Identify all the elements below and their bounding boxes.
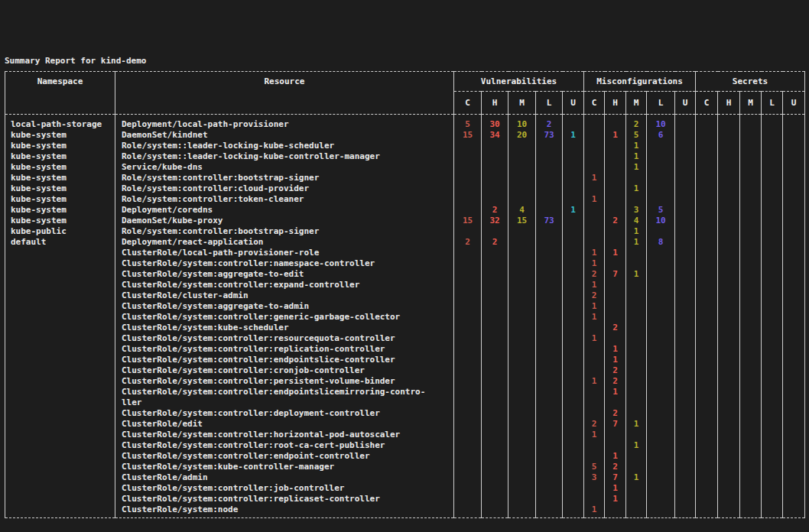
vuln-count-cell <box>563 115 584 131</box>
vuln-count-cell <box>482 141 508 151</box>
secrets-count-cell <box>696 269 718 280</box>
table-row: ClusterRole/system:aggregate-to-edit271 <box>5 269 805 280</box>
misc-count-cell: 1 <box>584 301 605 312</box>
vuln-count-cell <box>536 451 563 462</box>
misc-count-cell <box>584 323 605 333</box>
secrets-count-cell <box>762 365 783 376</box>
misc-count-cell <box>605 333 626 344</box>
misc-count-cell <box>675 226 696 237</box>
terminal-window[interactable]: ● kind-demo in trivy-demo on ?main [❯ tr… <box>0 0 809 532</box>
secrets-count-cell <box>740 173 762 183</box>
resource-cell: Role/system:controller:bootstrap-signer <box>115 226 454 237</box>
secrets-count-cell <box>762 115 783 131</box>
table-row: kube-systemDaemonSet/kube-proxy153215732… <box>5 216 805 226</box>
secrets-count-cell <box>740 216 762 226</box>
vuln-count-cell <box>536 173 563 183</box>
secrets-count-cell <box>762 376 783 387</box>
vuln-count-cell <box>482 387 508 408</box>
table-row: local-path-storageDeployment/local-path-… <box>5 115 805 131</box>
vuln-count-cell <box>536 162 563 173</box>
vuln-count-cell <box>482 504 508 518</box>
vuln-count-cell <box>536 440 563 451</box>
misc-count-cell <box>584 183 605 194</box>
vuln-count-cell <box>482 483 508 494</box>
vuln-count-cell <box>454 194 482 205</box>
subcol-secrets-high: H <box>718 92 740 115</box>
secrets-count-cell <box>696 130 718 141</box>
secrets-count-cell <box>783 216 805 226</box>
secrets-count-cell <box>762 173 783 183</box>
namespace-cell <box>5 419 115 430</box>
vuln-count-cell: 73 <box>536 216 563 226</box>
vuln-count-cell <box>482 376 508 387</box>
resource-cell: ClusterRole/local-path-provisioner-role <box>115 248 454 258</box>
table-row: ClusterRole/system:controller:endpointsl… <box>5 355 805 365</box>
vuln-count-cell <box>563 216 584 226</box>
table-row: kube-systemRole/system:controller:bootst… <box>5 173 805 183</box>
misc-count-cell <box>626 451 647 462</box>
vuln-count-cell <box>508 141 536 151</box>
table-row: ClusterRole/system:kube-controller-manag… <box>5 462 805 472</box>
secrets-count-cell <box>762 130 783 141</box>
vuln-count-cell <box>454 355 482 365</box>
secrets-count-cell <box>718 226 740 237</box>
misc-count-cell <box>605 194 626 205</box>
misc-count-cell <box>647 483 675 494</box>
misc-count-cell: 1 <box>626 226 647 237</box>
progress-bar: 159 / 159 [-----------------------------… <box>5 24 809 34</box>
table-row: ClusterRole/system:aggregate-to-admin1 <box>5 301 805 312</box>
misc-count-cell: 3 <box>626 205 647 216</box>
vuln-count-cell <box>482 312 508 323</box>
misc-count-cell <box>584 237 605 248</box>
misc-count-cell <box>605 226 626 237</box>
secrets-count-cell <box>718 130 740 141</box>
namespace-cell: kube-system <box>5 141 115 151</box>
vuln-count-cell <box>536 462 563 472</box>
vuln-count-cell <box>454 344 482 355</box>
secrets-count-cell <box>783 141 805 151</box>
misc-count-cell <box>584 162 605 173</box>
misc-count-cell <box>675 494 696 504</box>
misc-count-cell <box>584 483 605 494</box>
secrets-count-cell <box>783 290 805 301</box>
secrets-count-cell <box>696 280 718 290</box>
secrets-count-cell <box>740 269 762 280</box>
vuln-count-cell <box>563 483 584 494</box>
secrets-count-cell <box>696 483 718 494</box>
vuln-count-cell <box>508 430 536 440</box>
secrets-count-cell <box>783 312 805 323</box>
namespace-cell: kube-system <box>5 130 115 141</box>
misc-count-cell <box>647 333 675 344</box>
vuln-count-cell <box>454 408 482 419</box>
misc-count-cell <box>605 141 626 151</box>
misc-count-cell: 2 <box>584 419 605 430</box>
misc-count-cell <box>605 312 626 323</box>
secrets-count-cell <box>762 440 783 451</box>
vuln-count-cell <box>454 258 482 269</box>
misc-count-cell <box>675 141 696 151</box>
secrets-count-cell <box>696 323 718 333</box>
vuln-count-cell <box>508 258 536 269</box>
secrets-count-cell <box>740 205 762 216</box>
resource-cell: ClusterRole/system:controller:namespace-… <box>115 258 454 269</box>
table-row: ClusterRole/system:controller:resourcequ… <box>5 333 805 344</box>
namespace-cell <box>5 248 115 258</box>
secrets-count-cell <box>783 472 805 483</box>
misc-count-cell: 1 <box>584 173 605 183</box>
table-row: ClusterRole/system:node1 <box>5 504 805 518</box>
misc-count-cell <box>675 355 696 365</box>
vuln-count-cell <box>454 483 482 494</box>
secrets-count-cell <box>740 151 762 162</box>
namespace-cell <box>5 472 115 483</box>
table-row: ClusterRole/system:controller:horizontal… <box>5 430 805 440</box>
misc-count-cell <box>675 237 696 248</box>
misc-count-cell <box>647 344 675 355</box>
vuln-count-cell: 73 <box>536 130 563 141</box>
misc-count-cell: 2 <box>605 408 626 419</box>
secrets-count-cell <box>696 472 718 483</box>
vuln-count-cell: 5 <box>454 115 482 131</box>
misc-count-cell <box>626 280 647 290</box>
misc-count-cell <box>675 440 696 451</box>
secrets-count-cell <box>696 365 718 376</box>
vuln-count-cell <box>508 408 536 419</box>
